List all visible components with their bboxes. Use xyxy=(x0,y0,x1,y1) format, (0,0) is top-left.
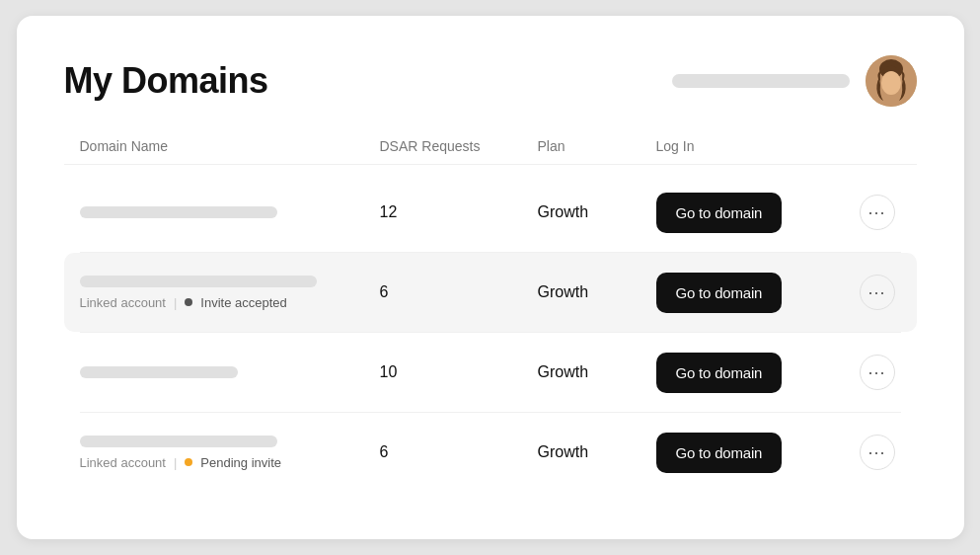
more-button-2[interactable]: ··· xyxy=(860,275,895,310)
more-button-1[interactable]: ··· xyxy=(860,195,895,230)
svg-point-2 xyxy=(881,71,901,95)
more-cell-2: ··· xyxy=(854,275,901,310)
domain-name-bar xyxy=(80,436,277,447)
col-header-login: Log In xyxy=(656,138,854,154)
dsar-cell-3: 10 xyxy=(380,363,538,381)
domain-name-bar xyxy=(80,276,317,287)
go-to-domain-button-2[interactable]: Go to domain xyxy=(656,273,783,313)
login-cell-2: Go to domain xyxy=(656,273,854,313)
more-cell-1: ··· xyxy=(854,195,901,230)
domain-cell-2: Linked account | Invite accepted xyxy=(80,260,380,326)
more-cell-4: ··· xyxy=(854,435,901,470)
go-to-domain-button-3[interactable]: Go to domain xyxy=(656,353,783,393)
page-header: My Domains xyxy=(64,55,917,107)
login-cell-1: Go to domain xyxy=(656,193,854,233)
col-header-more xyxy=(854,138,901,154)
domains-table: Domain Name DSAR Requests Plan Log In 12… xyxy=(64,138,917,492)
more-icon-2: ··· xyxy=(867,282,885,303)
col-header-domain: Domain Name xyxy=(80,138,380,154)
domain-cell-4: Linked account | Pending invite xyxy=(80,420,380,486)
table-header: Domain Name DSAR Requests Plan Log In xyxy=(64,138,917,165)
invite-status-label-2: Invite accepted xyxy=(200,295,286,310)
domain-cell-1 xyxy=(80,191,380,234)
page-title: My Domains xyxy=(64,60,268,102)
more-button-3[interactable]: ··· xyxy=(860,355,895,390)
domain-meta-4: Linked account | Pending invite xyxy=(80,455,380,470)
table-row: Linked account | Pending invite 6 Growth… xyxy=(64,413,917,492)
table-body: 12 Growth Go to domain ··· Linked accou xyxy=(64,173,917,492)
table-row: 12 Growth Go to domain ··· xyxy=(64,173,917,252)
meta-divider-4: | xyxy=(174,455,177,470)
table-row: Linked account | Invite accepted 6 Growt… xyxy=(64,253,917,332)
more-icon-4: ··· xyxy=(867,442,885,463)
more-cell-3: ··· xyxy=(854,355,901,390)
login-cell-3: Go to domain xyxy=(656,353,854,393)
login-cell-4: Go to domain xyxy=(656,433,854,473)
linked-account-label-2: Linked account xyxy=(80,295,166,310)
domain-meta-2: Linked account | Invite accepted xyxy=(80,295,380,310)
dsar-cell-1: 12 xyxy=(380,203,538,221)
invite-status-label-4: Pending invite xyxy=(200,455,281,470)
plan-cell-3: Growth xyxy=(538,363,656,381)
meta-divider-2: | xyxy=(174,295,177,310)
header-right xyxy=(672,55,917,107)
dsar-cell-2: 6 xyxy=(380,283,538,301)
avatar[interactable] xyxy=(866,55,917,107)
domain-name-bar xyxy=(80,206,277,218)
col-header-plan: Plan xyxy=(538,138,656,154)
go-to-domain-button-4[interactable]: Go to domain xyxy=(656,433,783,473)
table-row: 10 Growth Go to domain ··· xyxy=(64,333,917,412)
pending-status-dot-4 xyxy=(185,458,192,466)
plan-cell-1: Growth xyxy=(538,203,656,221)
main-card: My Domains xyxy=(17,16,964,539)
more-button-4[interactable]: ··· xyxy=(860,435,895,470)
linked-account-label-4: Linked account xyxy=(80,455,166,470)
search-bar-placeholder xyxy=(672,74,850,88)
dsar-cell-4: 6 xyxy=(380,443,538,461)
plan-cell-4: Growth xyxy=(538,443,656,461)
accepted-status-dot-2 xyxy=(185,298,192,306)
more-icon-1: ··· xyxy=(867,202,885,223)
plan-cell-2: Growth xyxy=(538,283,656,301)
domain-cell-3 xyxy=(80,351,380,394)
domain-name-bar xyxy=(80,366,238,378)
go-to-domain-button-1[interactable]: Go to domain xyxy=(656,193,783,233)
col-header-dsar: DSAR Requests xyxy=(380,138,538,154)
more-icon-3: ··· xyxy=(867,362,885,383)
